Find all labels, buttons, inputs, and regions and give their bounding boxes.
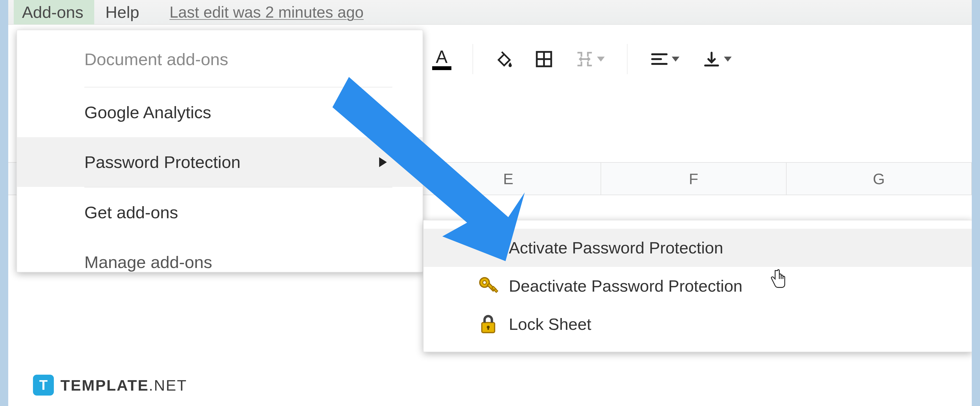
- menubar: Add-ons Help Last edit was 2 minutes ago: [8, 0, 972, 25]
- text-color-bar-icon: [432, 66, 452, 70]
- submenu-item-label: Deactivate Password Protection: [509, 277, 742, 296]
- menu-item-manage-addons[interactable]: Manage add-ons: [17, 237, 423, 272]
- h-align-caret-icon: [672, 57, 679, 62]
- lock-icon: [477, 314, 499, 335]
- text-color-button[interactable]: A: [427, 43, 456, 76]
- toolbar-divider: [473, 44, 473, 74]
- vertical-align-button[interactable]: [696, 43, 737, 76]
- svg-rect-22: [487, 327, 489, 330]
- column-header-e[interactable]: E: [416, 163, 601, 194]
- key-icon: [477, 237, 499, 259]
- column-header-g[interactable]: G: [787, 163, 972, 194]
- merge-cells-button[interactable]: [569, 43, 611, 76]
- svg-point-11: [483, 242, 486, 246]
- submenu-item-label: Activate Password Protection: [509, 238, 723, 257]
- edit-status[interactable]: Last edit was 2 minutes ago: [170, 3, 364, 21]
- submenu-item-activate[interactable]: Activate Password Protection: [424, 229, 972, 267]
- submenu-arrow-icon: [379, 157, 387, 167]
- watermark-badge: T: [33, 375, 54, 396]
- key-icon: [477, 275, 499, 297]
- menu-item-google-analytics[interactable]: Google Analytics: [17, 88, 423, 137]
- svg-rect-19: [494, 289, 498, 292]
- borders-button[interactable]: [530, 43, 558, 76]
- watermark: T TEMPLATE.NET: [33, 375, 187, 396]
- fill-color-button[interactable]: [490, 43, 519, 76]
- menu-item-get-addons[interactable]: Get add-ons: [17, 188, 423, 237]
- menu-item-label: Password Protection: [84, 153, 241, 172]
- v-align-caret-icon: [724, 57, 732, 62]
- toolbar-divider: [627, 44, 627, 74]
- addons-dropdown: Document add-ons Google Analytics Passwo…: [16, 30, 423, 272]
- text-color-letter: A: [436, 48, 447, 66]
- submenu-item-lock-sheet[interactable]: Lock Sheet: [424, 305, 972, 343]
- column-header-f[interactable]: F: [601, 163, 786, 194]
- submenu-item-label: Lock Sheet: [509, 315, 591, 334]
- submenu-item-deactivate[interactable]: Deactivate Password Protection: [424, 267, 972, 305]
- svg-point-16: [483, 281, 486, 284]
- menu-item-password-protection[interactable]: Password Protection: [17, 137, 423, 187]
- addons-section-label: Document add-ons: [17, 41, 423, 87]
- menu-help[interactable]: Help: [97, 0, 150, 24]
- svg-rect-14: [494, 250, 498, 254]
- watermark-brand: TEMPLATE: [60, 377, 149, 394]
- horizontal-align-button[interactable]: [644, 43, 685, 76]
- menu-addons[interactable]: Add-ons: [14, 0, 94, 24]
- password-protection-submenu: Activate Password Protection Deactivate …: [423, 220, 972, 352]
- merge-cells-caret-icon: [597, 57, 605, 62]
- watermark-tld: .NET: [149, 377, 188, 394]
